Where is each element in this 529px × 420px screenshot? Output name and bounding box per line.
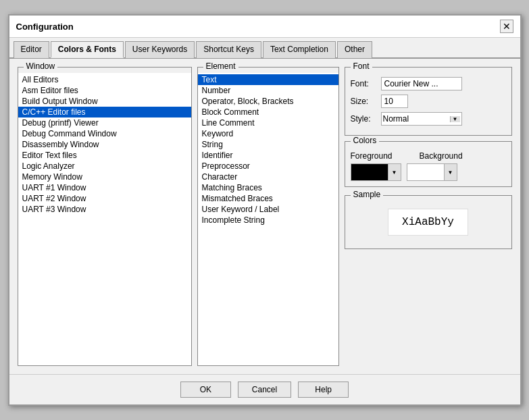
font-row: Font: Courier New ... bbox=[351, 77, 506, 90]
tab-user-keywords[interactable]: User Keywords bbox=[125, 41, 195, 58]
list-item[interactable]: Operator, Block, Brackets bbox=[198, 96, 338, 107]
list-item[interactable]: Keyword bbox=[198, 128, 338, 139]
list-item[interactable]: Matching Braces bbox=[198, 182, 338, 193]
list-item[interactable]: String bbox=[198, 139, 338, 150]
footer: OK Cancel Help bbox=[9, 374, 520, 404]
font-group: Font Font: Courier New ... Size: 10 Styl… bbox=[345, 67, 512, 136]
window-listbox[interactable]: All Editors Asm Editor files Build Outpu… bbox=[18, 73, 191, 365]
foreground-dropdown-button[interactable]: ▼ bbox=[388, 164, 401, 180]
list-item[interactable]: Disassembly Window bbox=[18, 139, 191, 150]
color-pickers: ▼ ▼ bbox=[351, 163, 506, 181]
list-item[interactable]: Editor Text files bbox=[18, 150, 191, 161]
tab-other[interactable]: Other bbox=[337, 41, 372, 58]
element-list-container: Text Number Operator, Block, Brackets Bl… bbox=[198, 73, 338, 365]
foreground-swatch bbox=[351, 164, 388, 180]
list-item[interactable]: Asm Editor files bbox=[18, 85, 191, 96]
title-bar: Configuration ✕ bbox=[9, 16, 520, 38]
style-label: Style: bbox=[351, 114, 381, 124]
sample-text: XiAaBbYy bbox=[388, 209, 468, 236]
colors-header: Foreground Background bbox=[351, 151, 506, 161]
help-button[interactable]: Help bbox=[298, 382, 349, 398]
element-group: Element Text Number Operator, Block, Bra… bbox=[197, 67, 339, 366]
background-label: Background bbox=[420, 151, 463, 161]
tab-editor[interactable]: Editor bbox=[14, 41, 49, 58]
element-group-label: Element bbox=[203, 61, 238, 71]
list-item[interactable]: Mismatched Braces bbox=[198, 193, 338, 204]
list-item[interactable]: Character bbox=[198, 172, 338, 182]
tab-text-completion[interactable]: Text Completion bbox=[263, 41, 336, 58]
tab-colors-fonts[interactable]: Colors & Fonts bbox=[51, 41, 124, 58]
right-group: Font Font: Courier New ... Size: 10 Styl… bbox=[345, 67, 512, 366]
list-item[interactable]: User Keyword / Label bbox=[198, 204, 338, 215]
foreground-color-picker[interactable]: ▼ bbox=[351, 163, 401, 181]
style-select[interactable]: Normal ▼ bbox=[381, 112, 462, 126]
background-dropdown-button[interactable]: ▼ bbox=[445, 164, 457, 180]
main-content: Window All Editors Asm Editor files Buil… bbox=[9, 59, 520, 374]
list-item[interactable]: Block Comment bbox=[198, 107, 338, 117]
list-item[interactable]: UART #2 Window bbox=[18, 193, 191, 204]
sample-group-label: Sample bbox=[351, 190, 384, 199]
configuration-dialog: Configuration ✕ Editor Colors & Fonts Us… bbox=[8, 14, 522, 406]
style-row: Style: Normal ▼ bbox=[351, 112, 506, 126]
list-item[interactable]: Incomplete String bbox=[198, 215, 338, 226]
list-item[interactable]: Number bbox=[198, 85, 338, 96]
style-value: Normal bbox=[383, 114, 409, 124]
close-button[interactable]: ✕ bbox=[500, 20, 513, 33]
window-group-label: Window bbox=[24, 61, 58, 71]
size-value[interactable]: 10 bbox=[381, 95, 408, 108]
list-item[interactable]: Debug Command Window bbox=[18, 128, 191, 139]
list-item[interactable]: Memory Window bbox=[18, 172, 191, 182]
colors-group-label: Colors bbox=[351, 136, 380, 145]
cancel-button[interactable]: Cancel bbox=[238, 382, 291, 398]
font-value: Courier New ... bbox=[381, 77, 462, 90]
list-item[interactable]: Identifier bbox=[198, 150, 338, 161]
element-listbox[interactable]: Text Number Operator, Block, Brackets Bl… bbox=[198, 73, 338, 365]
font-label: Font: bbox=[351, 79, 381, 88]
list-item[interactable]: Text bbox=[198, 74, 338, 85]
list-item[interactable]: Line Comment bbox=[198, 117, 338, 128]
sample-group: Sample XiAaBbYy bbox=[345, 195, 512, 249]
background-swatch bbox=[407, 164, 445, 180]
colors-group: Colors Foreground Background ▼ ▼ bbox=[345, 141, 512, 187]
tab-shortcut-keys[interactable]: Shortcut Keys bbox=[196, 41, 261, 58]
list-item[interactable]: UART #3 Window bbox=[18, 204, 191, 215]
dialog-title: Configuration bbox=[16, 22, 74, 32]
size-label: Size: bbox=[351, 97, 381, 106]
list-item[interactable]: Logic Analyzer bbox=[18, 161, 191, 172]
list-item[interactable]: Debug (printf) Viewer bbox=[18, 117, 191, 128]
panels-row: Window All Editors Asm Editor files Buil… bbox=[18, 67, 512, 366]
foreground-label: Foreground bbox=[351, 151, 393, 161]
background-color-picker[interactable]: ▼ bbox=[407, 163, 457, 181]
window-group: Window All Editors Asm Editor files Buil… bbox=[18, 67, 192, 366]
tab-bar: Editor Colors & Fonts User Keywords Shor… bbox=[9, 38, 520, 59]
list-item[interactable]: Preprocessor bbox=[198, 161, 338, 172]
list-item[interactable]: Build Output Window bbox=[18, 96, 191, 107]
ok-button[interactable]: OK bbox=[180, 382, 231, 398]
size-row: Size: 10 bbox=[351, 95, 506, 108]
window-list-container: All Editors Asm Editor files Build Outpu… bbox=[18, 73, 191, 365]
font-group-label: Font bbox=[351, 61, 372, 71]
list-item[interactable]: C/C++ Editor files bbox=[18, 107, 191, 117]
list-item[interactable]: All Editors bbox=[18, 74, 191, 85]
list-item[interactable]: UART #1 Window bbox=[18, 182, 191, 193]
chevron-down-icon[interactable]: ▼ bbox=[450, 116, 460, 122]
